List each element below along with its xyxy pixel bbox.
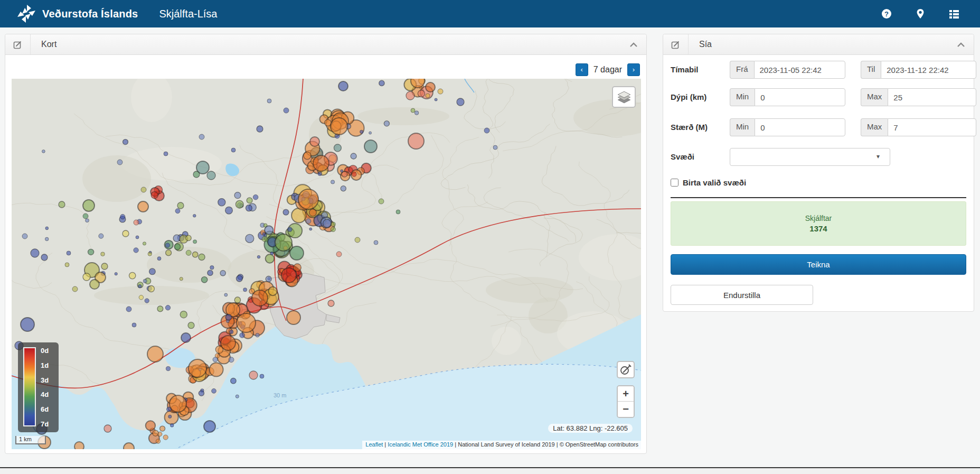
max-addon: Max	[861, 118, 888, 136]
edit-square-icon	[663, 34, 689, 54]
legend-label: 1d	[41, 362, 49, 369]
layers-icon	[616, 90, 632, 104]
depth-min-group: Min	[730, 88, 845, 106]
legend-label: 6d	[41, 406, 49, 413]
age-legend: 0d 1d 3d 4d 6d 7d	[18, 342, 59, 432]
filter-panel-title: Sía	[689, 40, 712, 49]
form-divider	[671, 197, 966, 198]
zoom-control: + −	[617, 385, 635, 418]
from-datetime-input[interactable]	[754, 61, 846, 79]
magnitude-max-group: Max	[861, 118, 976, 136]
collapse-map-chevron-icon[interactable]	[629, 42, 638, 48]
layers-control-button[interactable]	[612, 86, 636, 108]
edit-square-icon	[5, 34, 31, 54]
legend-label: 3d	[41, 377, 49, 384]
cursor-coordinates: Lat: 63.882 Lng: -22.605	[548, 424, 633, 433]
area-select[interactable]	[730, 148, 890, 166]
previous-period-button[interactable]: ‹	[576, 63, 588, 76]
app-title: Skjálfta-Lísa	[159, 8, 217, 20]
period-label: 7 dagar	[593, 65, 622, 75]
page: Veðurstofa Íslands Skjálfta-Lísa ?	[0, 0, 980, 474]
period-filter-row: Tímabil Frá Til	[671, 61, 968, 79]
max-addon: Max	[861, 88, 888, 106]
show-selected-area-checkbox[interactable]	[671, 179, 679, 187]
attr-separator: |	[555, 441, 560, 448]
draw-icon	[619, 364, 632, 376]
to-datetime-input[interactable]	[881, 61, 976, 79]
to-input-group: Til	[861, 61, 976, 79]
area-filter-label: Svæði	[671, 152, 694, 161]
magnitude-filter-row: Stærð (M) Min Max	[671, 118, 968, 136]
filter-panel-header: Sía	[663, 34, 974, 55]
legend-label: 0d	[41, 347, 49, 354]
magnitude-filter-label: Stærð (M)	[671, 123, 708, 132]
list-menu-icon[interactable]	[949, 8, 959, 19]
magnitude-min-input[interactable]	[755, 118, 845, 136]
navbar-actions: ?	[881, 0, 959, 27]
nls-credit: National Land Survey of Iceland 2019	[458, 441, 554, 448]
show-selected-area-label: Birta valið svæði	[683, 178, 746, 187]
magnitude-max-input[interactable]	[888, 118, 976, 136]
depth-contour-label: 30 m	[274, 392, 286, 398]
age-legend-gradient	[23, 347, 36, 426]
help-icon[interactable]: ?	[881, 8, 892, 19]
period-control: ‹ 7 dagar ›	[576, 63, 640, 77]
depth-max-group: Max	[861, 88, 976, 106]
depth-max-input[interactable]	[888, 88, 976, 106]
attr-separator: |	[453, 441, 458, 448]
show-area-row: Birta valið svæði	[671, 178, 746, 187]
collapse-filter-chevron-icon[interactable]	[957, 42, 965, 48]
leaflet-link[interactable]: Leaflet	[365, 441, 383, 448]
map-panel: Kort ‹ 7 dagar ›	[5, 34, 647, 454]
map-canvas[interactable]: 30 m + − Lat: 63.882 Lng:	[12, 79, 641, 449]
imo-logo-icon	[16, 3, 37, 24]
quake-count-box: Skjálftar 1374	[671, 201, 966, 246]
footer-strip	[0, 468, 980, 474]
brand: Veðurstofa Íslands Skjálfta-Lísa	[16, 3, 218, 24]
from-addon: Frá	[730, 61, 754, 79]
map-attribution: Leaflet | Icelandic Met Office 2019 | Na…	[362, 441, 641, 449]
min-addon: Min	[730, 118, 755, 136]
legend-label: 4d	[41, 391, 49, 398]
draw-polygon-button[interactable]	[617, 361, 635, 378]
next-period-button[interactable]: ›	[627, 63, 640, 76]
period-filter-label: Tímabil	[671, 65, 699, 74]
attr-separator: |	[383, 441, 388, 448]
location-pin-icon[interactable]	[915, 8, 926, 19]
scale-bar: 1 km	[15, 436, 46, 444]
depth-filter-row: Dýpi (km) Min Max	[671, 88, 968, 106]
osm-credit: © OpenStreetMap contributors	[560, 441, 638, 448]
min-addon: Min	[730, 88, 755, 106]
zoom-out-button[interactable]: −	[618, 402, 634, 417]
from-input-group: Frá	[730, 61, 845, 79]
brand-title: Veðurstofa Íslands	[42, 8, 138, 20]
draw-submit-button[interactable]: Teikna	[671, 254, 966, 275]
reset-button[interactable]: Endurstilla	[671, 285, 813, 305]
quake-count-value: 1374	[809, 224, 827, 233]
map-panel-title: Kort	[31, 40, 56, 49]
filter-panel: Sía Tímabil Frá Til Dýpi (km) Min	[663, 34, 974, 312]
zoom-in-button[interactable]: +	[618, 386, 634, 402]
quake-count-label: Skjálftar	[805, 214, 832, 222]
depth-filter-label: Dýpi (km)	[671, 92, 706, 101]
map-panel-header: Kort	[5, 34, 646, 55]
depth-min-input[interactable]	[755, 88, 845, 106]
legend-label: 7d	[41, 421, 49, 427]
magnitude-min-group: Min	[730, 118, 845, 136]
imo-link[interactable]: Icelandic Met Office 2019	[388, 441, 453, 448]
area-filter-row: Svæði ▾	[671, 148, 968, 166]
top-navbar: Veðurstofa Íslands Skjálfta-Lísa ?	[0, 0, 980, 27]
map-image: 30 m	[12, 79, 641, 449]
to-addon: Til	[861, 61, 881, 79]
svg-text:?: ?	[884, 10, 889, 18]
